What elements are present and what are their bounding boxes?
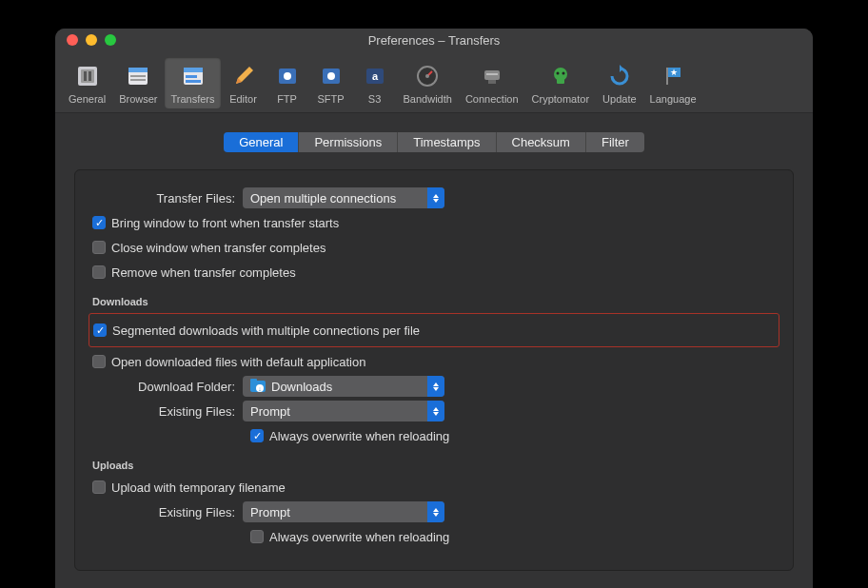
svg-rect-7 — [130, 79, 146, 81]
bring-front-row: Bring window to front when transfer star… — [92, 212, 776, 233]
switch-icon — [72, 61, 103, 91]
svg-text:★: ★ — [670, 68, 678, 77]
overwrite-reload-upload-checkbox[interactable] — [250, 530, 264, 543]
refresh-icon — [604, 61, 635, 91]
svg-rect-1 — [81, 69, 94, 83]
tab-permissions[interactable]: Permissions — [299, 132, 398, 152]
browser-icon — [123, 61, 153, 91]
bring-front-label: Bring window to front when transfer star… — [111, 216, 339, 230]
svg-rect-9 — [184, 68, 203, 72]
segmented-checkbox[interactable] — [93, 323, 107, 337]
close-complete-row: Close window when transfer completes — [92, 237, 776, 258]
download-folder-select[interactable]: ↓ Downloads — [243, 376, 444, 397]
existing-files-download-label: Existing Files: — [92, 404, 243, 419]
content-area: General Permissions Timestamps Checksum … — [55, 113, 813, 588]
titlebar: Preferences – Transfers — [55, 29, 813, 51]
svg-point-25 — [556, 72, 559, 75]
close-complete-checkbox[interactable] — [92, 241, 106, 254]
toolbar-browser[interactable]: Browser — [113, 57, 163, 108]
disk-icon — [316, 61, 346, 91]
close-complete-label: Close window when transfer completes — [111, 241, 326, 255]
toolbar-general[interactable]: General — [63, 57, 111, 108]
settings-panel: Transfer Files: Open multiple connection… — [74, 169, 794, 571]
svg-rect-27 — [666, 68, 668, 85]
existing-files-download-row: Existing Files: Prompt — [92, 401, 776, 421]
existing-files-upload-label: Existing Files: — [92, 505, 243, 519]
connection-icon — [477, 61, 507, 91]
highlighted-row: Segmented downloads with multiple connec… — [89, 313, 779, 347]
download-folder-row: Download Folder: ↓ Downloads — [92, 376, 776, 397]
transfer-files-select[interactable]: Open multiple connections — [243, 187, 444, 208]
segmented-label: Segmented downloads with multiple connec… — [112, 323, 420, 338]
gauge-icon — [412, 61, 443, 91]
toolbar-transfers[interactable]: Transfers — [165, 57, 220, 108]
toolbar-editor[interactable]: Editor — [223, 57, 265, 108]
chevron-up-down-icon — [427, 401, 444, 421]
segmented-row: Segmented downloads with multiple connec… — [93, 320, 775, 341]
remove-complete-checkbox[interactable] — [92, 265, 106, 279]
transfers-icon — [178, 61, 208, 91]
svg-rect-3 — [89, 71, 91, 81]
svg-rect-21 — [488, 80, 496, 84]
open-downloaded-label: Open downloaded files with default appli… — [111, 355, 365, 369]
overwrite-reload-upload-label: Always overwrite when reloading — [269, 530, 449, 544]
overwrite-reload-download-checkbox[interactable] — [250, 429, 264, 442]
toolbar-connection[interactable]: Connection — [460, 57, 524, 108]
svg-rect-10 — [186, 75, 197, 78]
tab-general[interactable]: General — [224, 132, 299, 152]
cryptomator-icon — [545, 61, 576, 91]
existing-files-download-select[interactable]: Prompt — [243, 401, 444, 421]
transfer-files-row: Transfer Files: Open multiple connection… — [92, 187, 776, 208]
toolbar-s3[interactable]: a S3 — [354, 57, 396, 108]
chevron-up-down-icon — [427, 376, 444, 397]
svg-rect-5 — [128, 68, 148, 72]
folder-icon: ↓ — [250, 381, 266, 392]
tab-bar: General Permissions Timestamps Checksum … — [74, 132, 794, 152]
toolbar: General Browser Transfers Editor FTP — [55, 51, 813, 113]
tab-timestamps[interactable]: Timestamps — [398, 132, 496, 152]
overwrite-reload-upload-row: Always overwrite when reloading — [250, 526, 776, 547]
tab-filter[interactable]: Filter — [586, 132, 644, 152]
svg-text:a: a — [371, 70, 378, 82]
svg-rect-24 — [557, 76, 564, 84]
overwrite-reload-download-row: Always overwrite when reloading — [250, 425, 776, 446]
overwrite-reload-download-label: Always overwrite when reloading — [269, 429, 449, 443]
remove-complete-row: Remove when transfer completes — [92, 262, 776, 283]
remove-complete-label: Remove when transfer completes — [111, 265, 296, 280]
existing-files-upload-select[interactable]: Prompt — [243, 501, 444, 522]
existing-files-upload-row: Existing Files: Prompt — [92, 501, 776, 522]
upload-temp-row: Upload with temporary filename — [92, 477, 776, 498]
svg-rect-11 — [186, 80, 201, 83]
svg-point-15 — [327, 72, 335, 80]
open-downloaded-row: Open downloaded files with default appli… — [92, 351, 776, 372]
downloads-section-title: Downloads — [92, 296, 776, 307]
toolbar-update[interactable]: Update — [597, 57, 641, 108]
download-folder-label: Download Folder: — [92, 380, 243, 394]
upload-temp-label: Upload with temporary filename — [111, 480, 286, 495]
pencil-icon — [228, 61, 259, 91]
bring-front-checkbox[interactable] — [92, 216, 106, 229]
preferences-window: Preferences – Transfers General Browser … — [55, 29, 813, 588]
toolbar-bandwidth[interactable]: Bandwidth — [398, 57, 458, 108]
toolbar-ftp[interactable]: FTP — [266, 57, 308, 108]
toolbar-language[interactable]: ★ Language — [644, 57, 702, 108]
svg-rect-6 — [130, 75, 146, 77]
svg-point-13 — [284, 72, 291, 80]
upload-temp-checkbox[interactable] — [92, 480, 106, 494]
svg-point-26 — [562, 72, 564, 75]
open-downloaded-checkbox[interactable] — [92, 355, 106, 368]
svg-point-19 — [425, 74, 429, 78]
s3-icon: a — [360, 61, 390, 91]
toolbar-cryptomator[interactable]: Cryptomator — [526, 57, 596, 108]
uploads-section-title: Uploads — [92, 460, 776, 471]
tab-checksum[interactable]: Checksum — [497, 132, 586, 152]
svg-rect-22 — [486, 73, 498, 75]
disk-icon — [272, 61, 303, 91]
transfer-files-label: Transfer Files: — [92, 191, 243, 206]
toolbar-sftp[interactable]: SFTP — [310, 57, 352, 108]
chevron-up-down-icon — [427, 187, 444, 208]
flag-icon: ★ — [658, 61, 688, 91]
svg-rect-2 — [84, 71, 87, 81]
window-title: Preferences – Transfers — [55, 33, 813, 48]
chevron-up-down-icon — [427, 501, 444, 522]
